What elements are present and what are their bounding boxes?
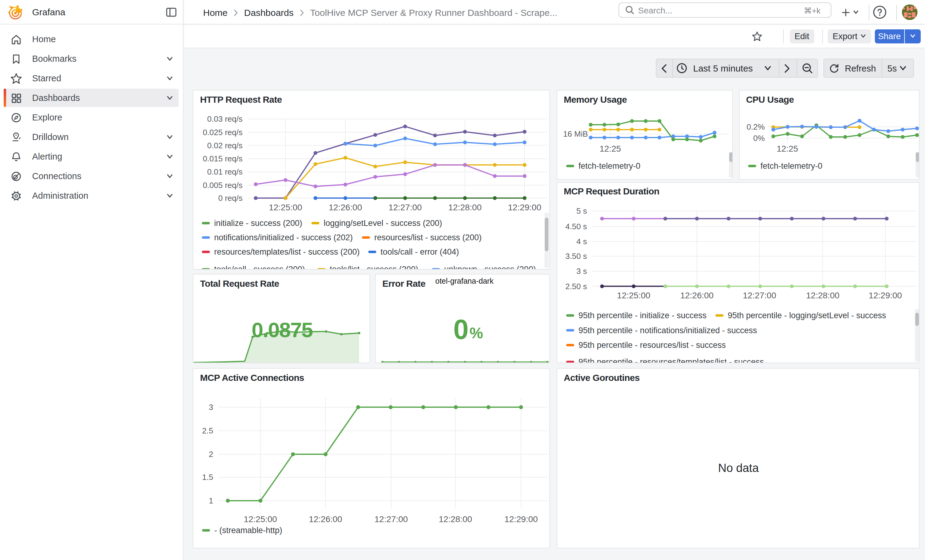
svg-text:2.5: 2.5 <box>202 426 213 435</box>
svg-text:logging/setLevel - success (20: logging/setLevel - success (200) <box>324 219 442 228</box>
svg-text:95th percentile - initialize -: 95th percentile - initialize - success <box>578 311 706 320</box>
svg-text:12:25:00: 12:25:00 <box>617 290 650 300</box>
svg-text:unknown - success (200): unknown - success (200) <box>444 265 536 270</box>
svg-text:12:26:00: 12:26:00 <box>309 515 342 524</box>
svg-text:0.2%: 0.2% <box>746 122 764 131</box>
svg-text:95th percentile - resources/li: 95th percentile - resources/list - succe… <box>578 340 726 349</box>
svg-text:12:28:00: 12:28:00 <box>806 290 839 300</box>
svg-text:- (streamable-http): - (streamable-http) <box>214 526 282 535</box>
svg-text:0.02 req/s: 0.02 req/s <box>207 141 243 150</box>
svg-text:12:25: 12:25 <box>599 144 621 153</box>
svg-text:3: 3 <box>209 402 213 412</box>
svg-text:12:29:00: 12:29:00 <box>505 515 538 524</box>
svg-text:0.005 req/s: 0.005 req/s <box>203 181 243 190</box>
svg-text:95th percentile - resources/te: 95th percentile - resources/templates/li… <box>578 357 764 363</box>
svg-text:tools/list - success (200): tools/list - success (200) <box>330 265 419 270</box>
svg-text:12:25:00: 12:25:00 <box>269 203 302 212</box>
svg-text:tools/call - error (404): tools/call - error (404) <box>381 247 459 257</box>
svg-text:5 s: 5 s <box>576 206 587 215</box>
svg-text:4 s: 4 s <box>576 237 587 246</box>
svg-text:12:28:00: 12:28:00 <box>438 515 472 524</box>
svg-text:0.0875: 0.0875 <box>252 318 313 342</box>
svg-text:tools/call - success (200): tools/call - success (200) <box>214 265 305 270</box>
svg-text:12:25:00: 12:25:00 <box>244 515 277 524</box>
svg-text:notifications/initialized - su: notifications/initialized - success (202… <box>214 233 353 242</box>
svg-text:0: 0 <box>453 314 469 345</box>
svg-text:12:29:00: 12:29:00 <box>868 290 902 300</box>
svg-text:12:28:00: 12:28:00 <box>449 203 482 212</box>
svg-text:fetch-telemetry-0: fetch-telemetry-0 <box>578 161 640 171</box>
svg-text:fetch-telemetry-0: fetch-telemetry-0 <box>760 161 822 171</box>
svg-text:4.50 s: 4.50 s <box>565 222 587 231</box>
svg-text:initialize - success (200): initialize - success (200) <box>214 219 302 228</box>
svg-text:95th percentile - logging/setL: 95th percentile - logging/setLevel - suc… <box>728 311 886 320</box>
svg-text:95th percentile - notification: 95th percentile - notifications/initiali… <box>578 326 757 335</box>
svg-text:0.03 req/s: 0.03 req/s <box>207 114 243 123</box>
svg-text:12:25: 12:25 <box>776 144 798 153</box>
svg-text:16 MiB: 16 MiB <box>563 129 588 138</box>
svg-text:12:29:00: 12:29:00 <box>508 203 541 212</box>
svg-text:1.5: 1.5 <box>202 473 213 482</box>
svg-text:12:27:00: 12:27:00 <box>374 515 408 524</box>
svg-text:12:27:00: 12:27:00 <box>743 290 776 300</box>
svg-text:12:26:00: 12:26:00 <box>329 203 362 212</box>
svg-text:12:27:00: 12:27:00 <box>389 203 422 212</box>
svg-text:2: 2 <box>209 450 213 459</box>
svg-text:0.01 req/s: 0.01 req/s <box>207 167 243 176</box>
svg-text:12:26:00: 12:26:00 <box>680 290 713 300</box>
svg-text:0.025 req/s: 0.025 req/s <box>203 128 243 137</box>
svg-text:0 req/s: 0 req/s <box>218 194 243 203</box>
svg-text:3.50 s: 3.50 s <box>565 251 587 260</box>
svg-text:%: % <box>470 324 483 342</box>
svg-text:2.50 s: 2.50 s <box>565 282 587 291</box>
svg-text:0%: 0% <box>753 134 764 143</box>
svg-text:1: 1 <box>209 496 213 505</box>
svg-text:0.015 req/s: 0.015 req/s <box>203 154 243 163</box>
svg-text:resources/list - success (200): resources/list - success (200) <box>374 233 482 242</box>
svg-text:resources/templates/list - suc: resources/templates/list - success (200) <box>214 247 360 257</box>
svg-text:3 s: 3 s <box>576 266 587 275</box>
